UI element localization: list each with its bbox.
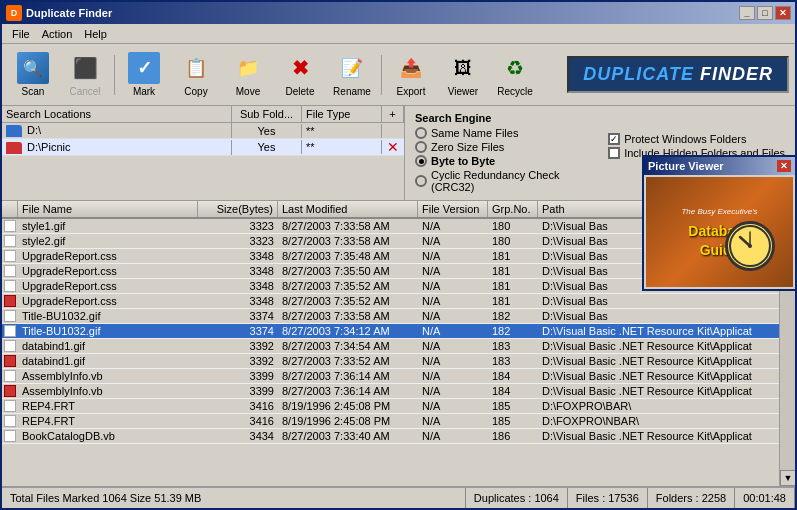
cell-grp-7: 182 xyxy=(488,324,538,338)
mark-label: Mark xyxy=(133,86,155,97)
viewer-button[interactable]: Viewer xyxy=(438,49,488,101)
row-mark-11[interactable] xyxy=(2,384,18,398)
cell-modified-7: 8/27/2003 7:34:12 AM xyxy=(278,324,418,338)
radio-crc32[interactable]: Cyclic Redundancy Check (CRC32) xyxy=(415,168,588,194)
cell-size-7: 3374 xyxy=(198,324,278,338)
mark-checkbox-7 xyxy=(4,325,16,337)
cell-size-13: 3416 xyxy=(198,414,278,428)
th-filename[interactable]: File Name xyxy=(18,201,198,217)
radio-crc32-btn[interactable] xyxy=(415,175,427,187)
cell-version-3: N/A xyxy=(418,264,488,278)
copy-button[interactable]: Copy xyxy=(171,49,221,101)
cell-modified-3: 8/27/2003 7:35:50 AM xyxy=(278,264,418,278)
cell-size-6: 3374 xyxy=(198,309,278,323)
row-mark-4[interactable] xyxy=(2,279,18,293)
row-mark-13[interactable] xyxy=(2,414,18,428)
radio-zero-size[interactable]: Zero Size Files xyxy=(415,140,588,154)
table-row[interactable]: UpgradeReport.css 3348 8/27/2003 7:35:52… xyxy=(2,294,779,309)
th-grp[interactable]: Grp.No. xyxy=(488,201,538,217)
move-button[interactable]: Move xyxy=(223,49,273,101)
recycle-icon xyxy=(499,52,531,84)
picture-viewer-close[interactable]: ✕ xyxy=(777,160,791,172)
table-row[interactable]: AssemblyInfo.vb 3399 8/27/2003 7:36:14 A… xyxy=(2,384,779,399)
clock-face xyxy=(725,221,775,271)
row-mark-1[interactable] xyxy=(2,234,18,248)
location-row-1[interactable]: D:\Picnic Yes ** ✕ xyxy=(2,139,404,156)
cb-protect-windows[interactable]: Protect Windows Folders xyxy=(608,132,785,146)
row-mark-8[interactable] xyxy=(2,339,18,353)
cell-modified-10: 8/27/2003 7:36:14 AM xyxy=(278,369,418,383)
viewer-icon xyxy=(447,52,479,84)
cell-name-2: UpgradeReport.css xyxy=(18,249,198,263)
cb-include-hidden-box[interactable] xyxy=(608,147,620,159)
export-icon xyxy=(395,52,427,84)
cell-grp-1: 180 xyxy=(488,234,538,248)
table-row[interactable]: BookCatalogDB.vb 3434 8/27/2003 7:33:40 … xyxy=(2,429,779,444)
cell-name-4: UpgradeReport.css xyxy=(18,279,198,293)
table-row[interactable]: Title-BU1032.gif 3374 8/27/2003 7:34:12 … xyxy=(2,324,779,339)
status-files: Files : 17536 xyxy=(568,488,648,508)
row-mark-14[interactable] xyxy=(2,429,18,443)
row-mark-9[interactable] xyxy=(2,354,18,368)
th-modified[interactable]: Last Modified xyxy=(278,201,418,217)
cancel-button[interactable]: Cancel xyxy=(60,49,110,101)
table-row[interactable]: REP4.FRT 3416 8/19/1996 2:45:08 PM N/A 1… xyxy=(2,399,779,414)
mark-button[interactable]: Mark xyxy=(119,49,169,101)
rename-button[interactable]: Rename xyxy=(327,49,377,101)
row-mark-3[interactable] xyxy=(2,264,18,278)
table-row[interactable]: Title-BU1032.gif 3374 8/27/2003 7:33:58 … xyxy=(2,309,779,324)
location-row-0[interactable]: D:\ Yes ** xyxy=(2,123,404,139)
cell-version-0: N/A xyxy=(418,219,488,233)
radio-byte-to-byte-btn[interactable] xyxy=(415,155,427,167)
row-mark-5[interactable] xyxy=(2,294,18,308)
cell-size-3: 3348 xyxy=(198,264,278,278)
table-row[interactable]: REP4.FRT 3416 8/19/1996 2:45:08 PM N/A 1… xyxy=(2,414,779,429)
minimize-button[interactable]: _ xyxy=(739,6,755,20)
location-name-0: D:\ xyxy=(2,123,232,138)
table-row[interactable]: AssemblyInfo.vb 3399 8/27/2003 7:36:14 A… xyxy=(2,369,779,384)
th-size[interactable]: Size(Bytes) xyxy=(198,201,278,217)
delete-button[interactable]: Delete xyxy=(275,49,325,101)
th-version[interactable]: File Version xyxy=(418,201,488,217)
remove-location-1[interactable]: ✕ xyxy=(382,139,404,155)
add-location-button[interactable]: + xyxy=(382,106,404,122)
row-mark-6[interactable] xyxy=(2,309,18,323)
recycle-button[interactable]: Recycle xyxy=(490,49,540,101)
separator-2 xyxy=(381,55,382,95)
row-mark-12[interactable] xyxy=(2,399,18,413)
maximize-button[interactable]: □ xyxy=(757,6,773,20)
mark-icon xyxy=(128,52,160,84)
export-button[interactable]: Export xyxy=(386,49,436,101)
search-locations-header: Search Locations Sub Fold... File Type + xyxy=(2,106,404,123)
menu-file[interactable]: File xyxy=(6,26,36,42)
menu-action[interactable]: Action xyxy=(36,26,79,42)
cancel-label: Cancel xyxy=(69,86,100,97)
row-mark-10[interactable] xyxy=(2,369,18,383)
cell-grp-14: 186 xyxy=(488,429,538,443)
cell-version-4: N/A xyxy=(418,279,488,293)
delete-icon xyxy=(284,52,316,84)
table-row[interactable]: databind1.gif 3392 8/27/2003 7:33:52 AM … xyxy=(2,354,779,369)
radio-zero-size-btn[interactable] xyxy=(415,141,427,153)
cell-path-13: D:\FOXPRO\NBAR\ xyxy=(538,414,779,428)
svg-point-3 xyxy=(748,244,752,248)
menu-help[interactable]: Help xyxy=(78,26,113,42)
location-subfold-1: Yes xyxy=(232,140,302,154)
radio-same-name[interactable]: Same Name Files xyxy=(415,126,588,140)
status-folders: Folders : 2258 xyxy=(648,488,735,508)
radio-byte-to-byte[interactable]: Byte to Byte xyxy=(415,154,588,168)
cell-name-12: REP4.FRT xyxy=(18,399,198,413)
scan-icon xyxy=(17,52,49,84)
cell-size-8: 3392 xyxy=(198,339,278,353)
cell-name-9: databind1.gif xyxy=(18,354,198,368)
radio-same-name-btn[interactable] xyxy=(415,127,427,139)
cb-protect-windows-box[interactable] xyxy=(608,133,620,145)
row-mark-7[interactable] xyxy=(2,324,18,338)
mark-checkbox-10 xyxy=(4,370,16,382)
row-mark-2[interactable] xyxy=(2,249,18,263)
close-button[interactable]: ✕ xyxy=(775,6,791,20)
scan-button[interactable]: Scan xyxy=(8,49,58,101)
scroll-down[interactable]: ▼ xyxy=(780,470,795,486)
row-mark-0[interactable] xyxy=(2,219,18,233)
table-row[interactable]: databind1.gif 3392 8/27/2003 7:34:54 AM … xyxy=(2,339,779,354)
